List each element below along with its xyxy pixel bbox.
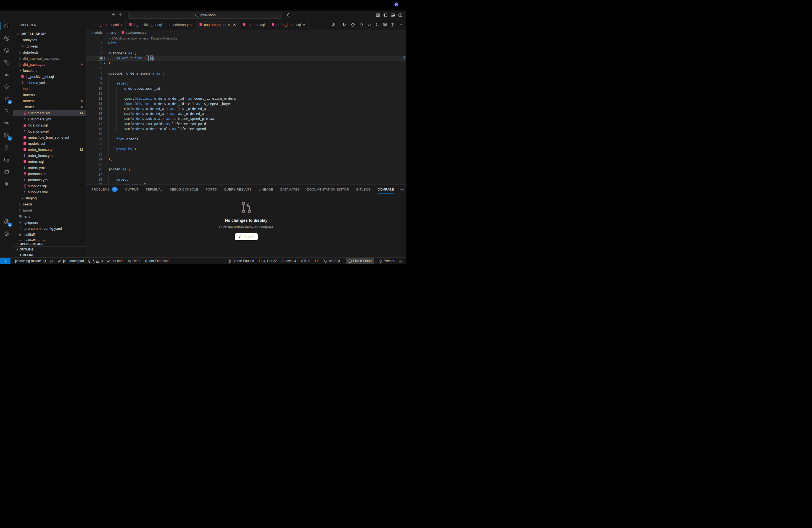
dbt-action-button[interactable] [360, 23, 364, 27]
compiled-code-button[interactable] [367, 23, 372, 27]
share-button[interactable] [287, 13, 294, 17]
tree-folder-logs[interactable]: logs [13, 86, 86, 92]
dbt-power-user-action-button[interactable] [350, 22, 356, 28]
code-line-12[interactable]: 12 count(distinct orders.order_id) as co… [86, 96, 406, 101]
code-line-17[interactable]: 17 sum(orders.tax_paid) as lifetime_tax_… [86, 121, 406, 127]
breadcrumb-item[interactable]: models [91, 31, 102, 34]
status-finish-setup[interactable]: Finish Setup [346, 258, 374, 264]
code-line-15[interactable]: 15 max(orders.ordered_at) as last_ordere… [86, 111, 406, 116]
tab-dbt_project.yml[interactable]: !dbt_project.yml4 [86, 20, 126, 30]
tree-file-.env[interactable]: .env [13, 214, 86, 220]
split-editor-button[interactable] [391, 23, 395, 27]
query-results-grid-button[interactable] [383, 23, 387, 27]
tree-file-locations.sql[interactable]: locations.sql [13, 122, 86, 128]
status-remote-indicator[interactable] [0, 258, 11, 264]
code-line-21[interactable]: 21 [86, 142, 406, 147]
status-notifications[interactable] [399, 259, 403, 263]
close-panel-icon[interactable] [398, 188, 402, 191]
sidebar-section-outline[interactable]: OUTLINE [13, 246, 86, 252]
tree-file-supplies.yml[interactable]: !supplies.yml [13, 189, 86, 195]
forward-arrow-icon[interactable] [119, 13, 122, 17]
breadcrumb[interactable]: models›marts›customers.sql [86, 30, 406, 35]
activity-item-extensions[interactable]: 1 [0, 129, 13, 142]
close-icon[interactable]: ✕ [233, 23, 236, 27]
sidebar-section-timeline[interactable]: TIMELINE [13, 252, 86, 258]
activity-item-dbt-power-user-alt[interactable] [0, 178, 13, 190]
activity-item-project-flow[interactable] [0, 56, 13, 69]
status-blame-status[interactable]: Blame Paused [228, 259, 254, 263]
toggle-primary-sidebar-icon[interactable] [383, 13, 388, 17]
activity-item-gitlens[interactable] [0, 44, 13, 56]
more-actions-button[interactable] [398, 23, 402, 27]
panel-tab-documentation-editor[interactable]: DOCUMENTATION EDITOR [307, 185, 349, 194]
code-line-13[interactable]: 13 count(distinct orders.order_id) > 1 a… [86, 101, 406, 106]
tree-file-.sqlfluff[interactable]: .sqlfluff [13, 232, 86, 238]
breadcrumb-file[interactable]: customers.sql [121, 31, 147, 34]
code-line-9[interactable]: 9 select [86, 81, 406, 86]
code-line-23[interactable]: 23 [86, 152, 406, 157]
tree-folder-staging[interactable]: staging [13, 195, 86, 201]
tree-folder-models[interactable]: models [13, 98, 86, 104]
tree-file-is_positive_int.sql[interactable]: is_positive_int.sql [13, 74, 86, 80]
tree-file-.gitkeep[interactable]: .gitkeep [13, 43, 86, 49]
panel-tab-debug-console[interactable]: DEBUG CONSOLE [170, 185, 198, 194]
status-language-mode[interactable]: MS SQL [323, 259, 341, 263]
panel-tab-problems[interactable]: PROBLEMS8 [91, 185, 118, 194]
tree-file-supplies.sql[interactable]: supplies.sql [13, 183, 86, 189]
code-line-1[interactable]: 1with [86, 41, 406, 46]
command-center-search[interactable]: jaffle-shop [128, 12, 282, 18]
panel-tab-terminal[interactable]: TERMINAL [146, 185, 162, 194]
tree-file-order_items.yml[interactable]: !order_items.yml [13, 153, 86, 159]
code-line-28[interactable]: 28 select [86, 177, 406, 182]
tree-folder-dbt_packages[interactable]: dbt_packages [13, 62, 86, 68]
panel-tab-lineage[interactable]: LINEAGE [259, 185, 273, 194]
code-line-29[interactable]: 29 customers.*, [86, 182, 406, 185]
code-line-22[interactable]: 22 group by 1 [86, 147, 406, 151]
panel-tab-output[interactable]: OUTPUT [125, 185, 139, 194]
tree-file-metricflow_time_spine.sql[interactable]: metricflow_time_spine.sql [13, 134, 86, 141]
activity-item-remote-explorer[interactable] [0, 153, 13, 166]
status-cursor-position[interactable]: Ln 4, Col 22 [259, 259, 277, 263]
activity-item-source-control[interactable]: 4 [0, 93, 13, 105]
panel-tab-query-results[interactable]: QUERY RESULTS [224, 185, 251, 194]
tree-file-orders.yml[interactable]: !orders.yml [13, 165, 86, 171]
tab-is_positive_int.sql[interactable]: is_positive_int.sql [126, 20, 165, 30]
tree-folder-macros[interactable]: macros [13, 92, 86, 98]
tree-folder-functions[interactable]: functions [13, 68, 86, 74]
customize-layout-icon[interactable] [376, 13, 380, 17]
status-defer[interactable]: Defer [128, 259, 141, 263]
tree-file-orders.sql[interactable]: orders.sql [13, 159, 86, 165]
status-git-branch[interactable]: mwong-fusion* [14, 259, 46, 263]
code-line-6[interactable]: 6 [86, 66, 406, 71]
tree-file-models.sql[interactable]: models.sql [13, 141, 86, 147]
tab-order_items.sql[interactable]: order_items.sqlM [268, 20, 308, 30]
code-line-16[interactable]: 16 sum(orders.subtotal) as lifetime_spen… [86, 116, 406, 121]
code-line-2[interactable]: 2 [86, 46, 406, 50]
toggle-panel-icon[interactable] [391, 13, 395, 17]
code-line-27[interactable]: 27 [86, 172, 406, 177]
code-line-24[interactable]: 24), [86, 157, 406, 162]
explorer-more-actions-icon[interactable]: ⋯ [79, 23, 82, 27]
code-line-3[interactable]: 3customers as ( [86, 51, 406, 56]
build-tools-button[interactable] [332, 23, 338, 27]
activity-item-manage-settings[interactable] [0, 228, 13, 240]
activity-item-testing[interactable] [0, 142, 13, 153]
code-line-5[interactable]: 5) [86, 61, 406, 66]
tab-customers.sql[interactable]: customers.sqlM✕ [196, 20, 240, 30]
status-encoding[interactable]: UTF-8 [301, 259, 310, 263]
execute-sql-button[interactable] [342, 23, 346, 27]
back-arrow-icon[interactable] [111, 13, 115, 17]
activity-item-run-and-debug[interactable] [0, 117, 13, 129]
status-prettier[interactable]: Prettier [379, 259, 394, 263]
status-dbt-core[interactable]: dbt core [106, 259, 124, 263]
tree-file-products.yml[interactable]: !products.yml [13, 177, 86, 183]
tree-file-.sqlfluffignore[interactable]: .sqlfluffignore [13, 238, 86, 241]
code-line-7[interactable]: 7customer_orders_summary as ( [86, 71, 406, 76]
code-line-8[interactable]: 8 [86, 76, 406, 81]
tree-file-products.sql[interactable]: products.sql [13, 171, 86, 177]
tree-file-locations.yml[interactable]: !locations.yml [13, 128, 86, 134]
code-line-4[interactable]: +4 select * from {{ }} [86, 56, 406, 61]
code-line-18[interactable]: 18 sum(orders.order_total) as lifetime_s… [86, 127, 406, 131]
breadcrumb-item[interactable]: marts [107, 31, 116, 34]
status-dbt-extension[interactable]: dbt Extension [144, 259, 170, 263]
